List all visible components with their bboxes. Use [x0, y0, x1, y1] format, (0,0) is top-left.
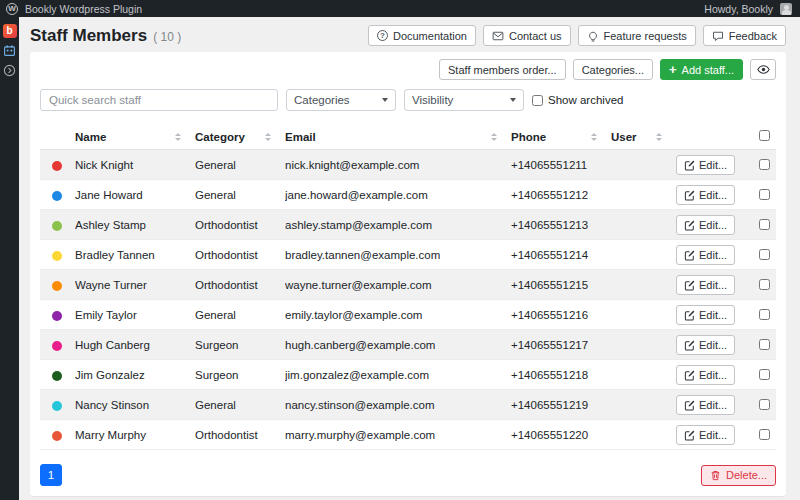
- edit-button[interactable]: Edit...: [676, 425, 735, 445]
- row-checkbox[interactable]: [759, 189, 770, 200]
- staff-phone: +14065551220: [511, 429, 611, 441]
- edit-icon: [684, 340, 695, 351]
- search-input[interactable]: [40, 89, 278, 111]
- edit-label: Edit...: [699, 219, 727, 231]
- pagination-page-1[interactable]: 1: [40, 464, 62, 486]
- edit-button[interactable]: Edit...: [676, 275, 735, 295]
- visibility-select[interactable]: Visibility: [404, 89, 524, 111]
- page-title: Staff Members: [30, 26, 147, 46]
- staff-category: General: [195, 399, 285, 411]
- staff-email: nick.knight@example.com: [285, 159, 511, 171]
- staff-count-badge: ( 10 ): [153, 30, 181, 44]
- table-row: Nancy Stinson General nancy.stinson@exam…: [40, 390, 776, 420]
- howdy-link[interactable]: Howdy, Bookly: [704, 3, 773, 15]
- edit-button[interactable]: Edit...: [676, 245, 735, 265]
- user-avatar[interactable]: [780, 3, 792, 15]
- column-header-name[interactable]: Name: [75, 131, 195, 143]
- sort-icon: [491, 133, 497, 141]
- page-header: Staff Members ( 10 ) ? Documentation Con…: [19, 17, 800, 52]
- header-buttons: ? Documentation Contact us Feature reque…: [368, 25, 786, 46]
- column-header-user[interactable]: User: [611, 131, 676, 143]
- staff-category: Surgeon: [195, 339, 285, 351]
- calendar-icon: [3, 44, 16, 57]
- staff-order-button[interactable]: Staff members order...: [439, 59, 566, 80]
- card-toolbar: Staff members order... Categories... + A…: [30, 52, 786, 80]
- staff-category: Orthodontist: [195, 279, 285, 291]
- show-archived-toggle[interactable]: Show archived: [532, 94, 623, 106]
- staff-color-dot: [52, 311, 62, 321]
- contact-us-button[interactable]: Contact us: [483, 25, 571, 46]
- feedback-label: Feedback: [729, 30, 777, 42]
- show-archived-checkbox[interactable]: [532, 95, 543, 106]
- table-row: Hugh Canberg Surgeon hugh.canberg@exampl…: [40, 330, 776, 360]
- edit-button[interactable]: Edit...: [676, 395, 735, 415]
- lightbulb-icon: [587, 30, 599, 42]
- wordpress-logo-icon[interactable]: W: [6, 3, 18, 15]
- row-checkbox[interactable]: [759, 399, 770, 410]
- title-wrap: Staff Members ( 10 ): [30, 26, 181, 46]
- row-checkbox[interactable]: [759, 159, 770, 170]
- row-checkbox[interactable]: [759, 249, 770, 260]
- feature-requests-button[interactable]: Feature requests: [578, 25, 696, 46]
- staff-name: Hugh Canberg: [75, 339, 195, 351]
- edit-icon: [684, 190, 695, 201]
- table-row: Nick Knight General nick.knight@example.…: [40, 150, 776, 180]
- admin-sidebar: b: [0, 17, 19, 500]
- edit-button[interactable]: Edit...: [676, 305, 735, 325]
- edit-icon: [684, 160, 695, 171]
- documentation-button[interactable]: ? Documentation: [368, 25, 476, 46]
- edit-button[interactable]: Edit...: [676, 155, 735, 175]
- edit-icon: [684, 430, 695, 441]
- documentation-label: Documentation: [393, 30, 467, 42]
- table-row: Jim Gonzalez Surgeon jim.gonzalez@exampl…: [40, 360, 776, 390]
- sidebar-item-bookly[interactable]: b: [2, 23, 17, 38]
- delete-label: Delete...: [726, 469, 767, 481]
- row-checkbox[interactable]: [759, 339, 770, 350]
- staff-phone: +14065551217: [511, 339, 611, 351]
- row-checkbox[interactable]: [759, 429, 770, 440]
- categories-button[interactable]: Categories...: [573, 59, 653, 80]
- toggle-columns-button[interactable]: [750, 59, 776, 80]
- staff-phone: +14065551213: [511, 219, 611, 231]
- table-row: Wayne Turner Orthodontist wayne.turner@e…: [40, 270, 776, 300]
- contact-us-label: Contact us: [509, 30, 562, 42]
- admin-bar-left: W Bookly Wordpress Plugin: [6, 3, 142, 15]
- sort-icon: [656, 133, 662, 141]
- staff-color-dot: [52, 371, 62, 381]
- column-header-email[interactable]: Email: [285, 131, 511, 143]
- feedback-button[interactable]: Feedback: [703, 25, 786, 46]
- plus-icon: +: [669, 63, 677, 76]
- table-row: Ashley Stamp Orthodontist ashley.stamp@e…: [40, 210, 776, 240]
- sidebar-collapse-button[interactable]: [2, 63, 17, 78]
- staff-email: emily.taylor@example.com: [285, 309, 511, 321]
- staff-phone: +14065551211: [511, 159, 611, 171]
- column-header-phone[interactable]: Phone: [511, 131, 611, 143]
- staff-name: Ashley Stamp: [75, 219, 195, 231]
- edit-label: Edit...: [699, 279, 727, 291]
- categories-select[interactable]: Categories: [286, 89, 396, 111]
- edit-label: Edit...: [699, 429, 727, 441]
- row-checkbox[interactable]: [759, 369, 770, 380]
- select-all-checkbox[interactable]: [759, 130, 770, 141]
- delete-button[interactable]: Delete...: [701, 465, 776, 486]
- edit-button[interactable]: Edit...: [676, 215, 735, 235]
- edit-icon: [684, 280, 695, 291]
- row-checkbox[interactable]: [759, 219, 770, 230]
- staff-name: Jane Howard: [75, 189, 195, 201]
- edit-button[interactable]: Edit...: [676, 335, 735, 355]
- row-checkbox[interactable]: [759, 279, 770, 290]
- staff-phone: +14065551212: [511, 189, 611, 201]
- staff-category: General: [195, 159, 285, 171]
- edit-button[interactable]: Edit...: [676, 365, 735, 385]
- column-header-category[interactable]: Category: [195, 131, 285, 143]
- site-name-link[interactable]: Bookly Wordpress Plugin: [25, 3, 142, 15]
- edit-button[interactable]: Edit...: [676, 185, 735, 205]
- admin-bar: W Bookly Wordpress Plugin Howdy, Bookly: [0, 0, 800, 17]
- staff-category: Surgeon: [195, 369, 285, 381]
- eye-icon: [757, 63, 770, 76]
- row-checkbox[interactable]: [759, 309, 770, 320]
- edit-icon: [684, 310, 695, 321]
- sidebar-item-plugin[interactable]: [2, 43, 17, 58]
- edit-icon: [684, 400, 695, 411]
- add-staff-button[interactable]: + Add staff...: [660, 59, 743, 80]
